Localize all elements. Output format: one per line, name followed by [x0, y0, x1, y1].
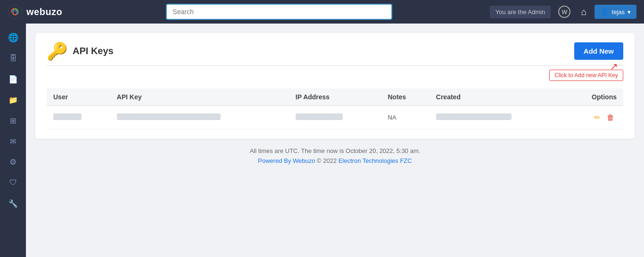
user-cell: [47, 106, 110, 129]
wrench-icon: 🔧: [8, 199, 18, 208]
user-skeleton: [53, 113, 82, 120]
page-title: API Keys: [73, 46, 114, 56]
sidebar-item-shield[interactable]: 🛡: [3, 173, 24, 192]
body-layout: 🌐 🗄 📄 📁 ⊞ ✉ ⚙ 🛡 🔧: [0, 24, 644, 257]
settings-icon: ⚙: [9, 157, 17, 167]
col-ip-address: IP Address: [289, 88, 381, 106]
header-right: You are the Admin W ⌂ 👤 tejas ▾: [490, 4, 636, 20]
company-link[interactable]: Electron Technologies FZC: [339, 157, 412, 164]
logo-area: webuzo: [8, 4, 69, 19]
sidebar-item-file[interactable]: 📄: [3, 70, 24, 88]
admin-badge: You are the Admin: [490, 6, 551, 18]
ip-address-cell: [289, 106, 381, 129]
search-input[interactable]: [166, 4, 392, 20]
logo-text: webuzo: [26, 7, 62, 17]
col-api-key: API Key: [110, 88, 289, 106]
col-notes: Notes: [381, 88, 429, 106]
svg-point-0: [8, 5, 22, 19]
table-header-row: User API Key IP Address Notes Created Op…: [47, 88, 623, 106]
add-new-button[interactable]: Add New: [574, 42, 623, 60]
sidebar-item-globe[interactable]: 🌐: [3, 28, 24, 47]
tooltip-arrow: ↗: [610, 62, 618, 71]
tooltip-annotation: ↗ Click to Add new API Key: [47, 70, 623, 81]
grid-icon: ⊞: [10, 116, 16, 125]
tooltip-container: ↗ Click to Add new API Key: [549, 70, 623, 81]
ip-skeleton: [296, 113, 343, 120]
api-keys-table: User API Key IP Address Notes Created Op…: [47, 88, 623, 129]
database-icon: 🗄: [9, 54, 17, 63]
table-header: User API Key IP Address Notes Created Op…: [47, 88, 623, 106]
edit-button[interactable]: ✏: [592, 112, 603, 123]
tooltip-text: Click to Add new API Key: [554, 72, 618, 79]
delete-button[interactable]: 🗑: [604, 112, 617, 123]
footer-powered-by: Powered By Webuzo © 2022 Electron Techno…: [35, 157, 635, 164]
col-user: User: [47, 88, 110, 106]
user-menu-button[interactable]: 👤 tejas ▾: [594, 5, 636, 19]
api-key-skeleton: [117, 113, 221, 120]
tooltip-box: ↗ Click to Add new API Key: [549, 70, 623, 81]
api-key-icon: 🔑: [47, 43, 68, 60]
col-options: Options: [565, 88, 623, 106]
footer-utc-text: All times are UTC. The time now is Octob…: [35, 147, 635, 154]
file-icon: 📄: [8, 75, 18, 84]
options-cell: ✏ 🗑: [565, 106, 623, 129]
notes-cell: NA: [381, 106, 429, 129]
folder-icon: 📁: [8, 96, 18, 104]
created-cell: [429, 106, 565, 129]
user-dropdown-icon: ▾: [627, 8, 631, 16]
api-key-cell: [110, 106, 289, 129]
table-row: NA ✏ 🗑: [47, 106, 623, 129]
home-icon-button[interactable]: ⌂: [578, 5, 589, 19]
globe-icon: 🌐: [8, 32, 18, 43]
card-title-area: 🔑 API Keys: [47, 43, 114, 60]
add-new-area: Add New: [574, 42, 623, 60]
col-created: Created: [429, 88, 565, 106]
api-keys-card: 🔑 API Keys Add New ↗ Click to Add new AP…: [35, 33, 635, 139]
search-wrapper: [74, 4, 484, 20]
footer-copyright: © 2022: [317, 157, 339, 164]
table-body: NA ✏ 🗑: [47, 106, 623, 129]
home-icon: ⌂: [581, 7, 586, 17]
sidebar-item-database[interactable]: 🗄: [3, 49, 24, 68]
user-name-label: tejas: [612, 8, 625, 16]
powered-by-link[interactable]: Powered By Webuzo: [258, 157, 315, 164]
page-footer: All times are UTC. The time now is Octob…: [35, 139, 635, 169]
card-header: 🔑 API Keys Add New: [47, 42, 623, 60]
sidebar-item-mail[interactable]: ✉: [3, 132, 24, 151]
header-divider: [47, 65, 623, 66]
notes-value: NA: [388, 114, 396, 121]
user-avatar-icon: 👤: [600, 8, 609, 16]
sidebar-item-folder[interactable]: 📁: [3, 90, 24, 109]
sidebar-item-settings[interactable]: ⚙: [3, 153, 24, 171]
sidebar: 🌐 🗄 📄 📁 ⊞ ✉ ⚙ 🛡 🔧: [0, 24, 26, 257]
webuzo-logo-icon: [8, 4, 23, 19]
main-content: 🔑 API Keys Add New ↗ Click to Add new AP…: [26, 24, 644, 257]
shield-icon: 🛡: [9, 178, 17, 187]
created-skeleton: [436, 113, 512, 120]
wordpress-icon-button[interactable]: W: [555, 4, 573, 20]
sidebar-item-tools[interactable]: 🔧: [3, 194, 24, 213]
top-header: webuzo You are the Admin W ⌂ 👤 tejas ▾: [0, 0, 644, 24]
wordpress-icon: W: [558, 6, 570, 18]
sidebar-item-grid[interactable]: ⊞: [3, 111, 24, 130]
mail-icon: ✉: [10, 137, 16, 146]
